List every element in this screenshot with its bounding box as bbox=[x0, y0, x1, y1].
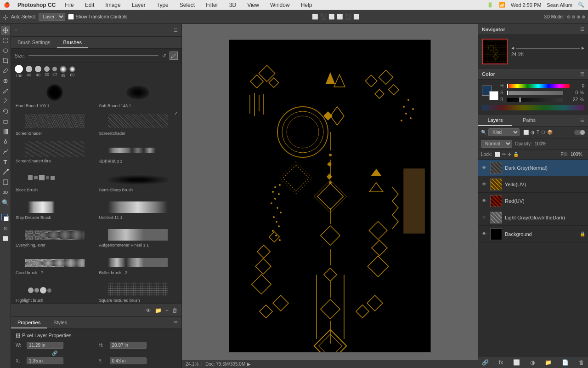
brush-folder-icon[interactable]: 📁 bbox=[155, 307, 162, 314]
align-bottom-icon[interactable]: ⬜ bbox=[353, 14, 360, 20]
tool-select[interactable] bbox=[1, 36, 10, 45]
lock-all-icon[interactable]: 🔒 bbox=[513, 152, 519, 157]
layer-link-icon[interactable]: 🔗 bbox=[482, 359, 489, 366]
align-center-v-icon[interactable]: ⬛ bbox=[345, 14, 351, 20]
layer-mask-icon[interactable]: ⬜ bbox=[513, 359, 520, 366]
tool-text[interactable]: T bbox=[1, 157, 10, 167]
menu-select[interactable]: Select bbox=[178, 2, 197, 8]
color-panel-menu-icon[interactable]: ☰ bbox=[580, 71, 584, 76]
brush-item-ship-detailer[interactable]: Ship Detailer Brush bbox=[13, 194, 96, 222]
opacity-value[interactable]: 100% bbox=[535, 141, 549, 146]
tool-path-select[interactable] bbox=[1, 167, 10, 177]
brush-item-everything[interactable]: Everything, ever bbox=[13, 222, 96, 249]
layer-item-dark-gray[interactable]: 👁 Dark Gray(Normal) bbox=[478, 160, 588, 176]
color-spectrum-bar[interactable] bbox=[482, 105, 584, 110]
tool-crop[interactable] bbox=[1, 56, 10, 65]
layer-filter-toggle[interactable] bbox=[574, 130, 585, 135]
menu-image[interactable]: Image bbox=[103, 2, 122, 8]
x-input[interactable] bbox=[27, 357, 63, 364]
align-center-h-icon[interactable]: ⬛ bbox=[320, 14, 327, 20]
brush-item-semi-sharp[interactable]: Semi-Sharp Brush bbox=[96, 167, 180, 194]
layer-delete-icon[interactable]: 🗑 bbox=[579, 359, 584, 366]
tool-3d[interactable]: 3D bbox=[1, 188, 10, 197]
layers-panel-menu-icon[interactable]: ☰ bbox=[580, 118, 584, 123]
tool-zoom[interactable]: 🔍 bbox=[1, 198, 10, 207]
size-refresh-btn[interactable]: ↺ bbox=[162, 53, 166, 58]
brush-item-square-textured[interactable]: Square textured brush bbox=[96, 277, 180, 304]
brush-item-block[interactable]: Block Brush bbox=[13, 167, 96, 194]
background-swatch[interactable] bbox=[489, 91, 498, 100]
menu-filter[interactable]: Filter bbox=[204, 2, 220, 8]
width-input[interactable] bbox=[27, 342, 63, 349]
brush-item-highlight[interactable]: Highlight brush bbox=[13, 277, 96, 304]
filter-pixel-icon[interactable]: ⬜ bbox=[523, 130, 529, 135]
tool-gradient[interactable] bbox=[1, 127, 10, 136]
size-slider[interactable] bbox=[28, 55, 158, 56]
align-top-icon[interactable]: ⬜ bbox=[337, 14, 343, 20]
navigator-thumbnail[interactable] bbox=[482, 39, 508, 64]
menu-view[interactable]: View bbox=[245, 2, 261, 8]
brush-new-icon[interactable]: + bbox=[165, 307, 169, 314]
brush-item-screenshader-2[interactable]: ScreenShader ✓ bbox=[96, 110, 180, 138]
brush-circle-2[interactable]: 40 bbox=[35, 66, 41, 77]
auto-select-dropdown[interactable]: Layer Group bbox=[39, 13, 65, 21]
screen-mode[interactable]: ⬜ bbox=[1, 234, 10, 243]
brush-circle-6[interactable]: 60 bbox=[69, 66, 75, 77]
brush-circle-5[interactable]: 49 bbox=[60, 66, 67, 78]
layer-item-background[interactable]: 👁 Background 🔒 bbox=[478, 226, 588, 242]
brush-delete-icon[interactable]: 🗑 bbox=[172, 307, 178, 314]
brush-edit-icon[interactable] bbox=[170, 52, 178, 60]
layer-eye-yellow-uv[interactable]: 👁 bbox=[481, 181, 487, 188]
lock-image-icon[interactable]: ✏ bbox=[502, 152, 506, 157]
layer-eye-dark-gray[interactable]: 👁 bbox=[481, 165, 487, 171]
layer-group-icon[interactable]: 📁 bbox=[545, 359, 552, 366]
nav-zoom-decrease[interactable]: ◀ bbox=[511, 46, 514, 50]
navigator-zoom-slider[interactable] bbox=[516, 48, 580, 49]
y-input[interactable] bbox=[110, 357, 147, 364]
layer-eye-red-uv[interactable]: 👁 bbox=[481, 198, 487, 204]
tool-eraser[interactable] bbox=[1, 117, 10, 126]
tool-pen[interactable] bbox=[1, 147, 10, 156]
tool-move[interactable] bbox=[1, 26, 10, 35]
menu-file[interactable]: File bbox=[63, 2, 75, 8]
blend-mode-dropdown[interactable]: Normal Dissolve Multiply Screen Overlay bbox=[481, 140, 512, 148]
tool-eyedropper[interactable] bbox=[1, 66, 10, 75]
layer-adj-icon[interactable]: ◑ bbox=[530, 359, 535, 366]
layer-item-light-gray[interactable]: 👁 Light Gray(GlowIntheDark) bbox=[478, 209, 588, 226]
link-dimensions-icon[interactable]: 🔗 bbox=[52, 351, 57, 356]
align-left-icon[interactable]: ⬜ bbox=[312, 14, 318, 20]
brush-item-untitled[interactable]: Untitled-11 1 bbox=[96, 194, 180, 222]
hue-slider[interactable] bbox=[507, 84, 570, 88]
brush-item-good-brush[interactable]: Good brush - 7 bbox=[13, 249, 96, 277]
menu-layer[interactable]: Layer bbox=[130, 2, 147, 8]
tab-paths[interactable]: Paths bbox=[512, 115, 546, 126]
apple-menu[interactable]: 🍎 bbox=[4, 2, 10, 8]
quick-mask[interactable]: ⊡ bbox=[1, 224, 10, 233]
align-right-icon[interactable]: ⬜ bbox=[328, 14, 335, 20]
layer-kind-dropdown[interactable]: Kind Name Effect Mode Attribute Color bbox=[488, 128, 520, 136]
nav-zoom-increase[interactable]: ▶ bbox=[582, 46, 584, 50]
tool-shape[interactable] bbox=[1, 178, 10, 187]
layer-item-red-uv[interactable]: 👁 Red(UV) bbox=[478, 193, 588, 209]
tool-history[interactable] bbox=[1, 107, 10, 116]
menu-help[interactable]: Help bbox=[299, 2, 314, 8]
brightness-slider[interactable] bbox=[507, 98, 563, 102]
tool-heal[interactable] bbox=[1, 76, 10, 86]
layer-eye-light-gray[interactable]: 👁 bbox=[481, 214, 487, 221]
filter-type-icon[interactable]: T bbox=[537, 130, 539, 135]
tool-clone[interactable] bbox=[1, 97, 10, 106]
brush-circle-0[interactable]: 100 bbox=[15, 65, 23, 78]
menu-window[interactable]: Window bbox=[268, 2, 292, 8]
fill-value[interactable]: 100% bbox=[571, 152, 585, 157]
brush-item-hard-round[interactable]: Hard Round 100 1 bbox=[13, 80, 96, 110]
menu-edit[interactable]: Edit bbox=[83, 2, 96, 8]
brush-item-screenshader-1[interactable]: ScreenShader bbox=[13, 110, 96, 138]
layer-fx-icon[interactable]: fx bbox=[499, 359, 503, 366]
tab-styles[interactable]: Styles bbox=[47, 317, 74, 328]
brush-item-sample-brush[interactable]: 様本画笔 3 3 bbox=[96, 138, 180, 167]
tab-brush-settings[interactable]: Brush Settings bbox=[11, 37, 57, 48]
layer-new-icon[interactable]: 📄 bbox=[562, 359, 569, 366]
menu-3d[interactable]: 3D bbox=[227, 2, 238, 8]
brush-circle-3[interactable]: 30 bbox=[44, 66, 50, 77]
brush-item-roller[interactable]: Roller brush - 2 bbox=[96, 249, 180, 277]
